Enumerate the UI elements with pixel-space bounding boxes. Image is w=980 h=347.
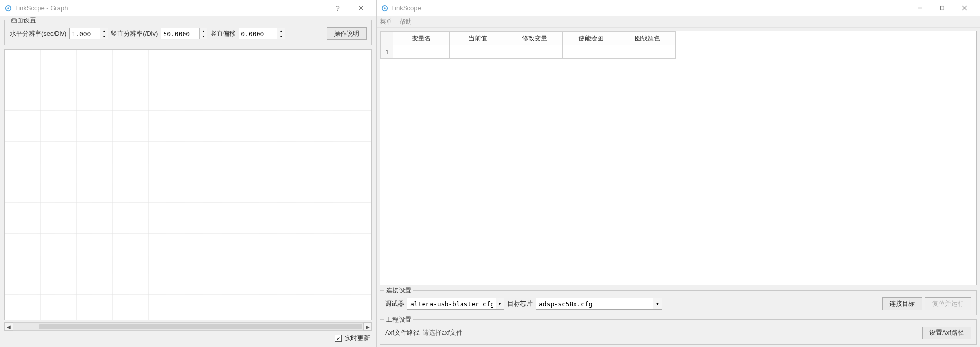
app-icon <box>4 4 12 12</box>
realtime-label: 实时更新 <box>345 334 370 343</box>
table-corner <box>381 32 393 45</box>
h-scrollbar[interactable]: ◀ ▶ <box>4 322 372 331</box>
set-axf-button[interactable]: 设置Axf路径 <box>922 327 971 339</box>
close-icon[interactable] <box>953 0 976 16</box>
display-settings-group: 画面设置 水平分辨率(sec/Div) ▲ ▼ 竖直分辨率(/Div) ▲ ▼ … <box>4 20 372 45</box>
hres-down-icon[interactable]: ▼ <box>100 34 108 39</box>
vres-up-icon[interactable]: ▲ <box>200 28 207 34</box>
col-curvalue: 当前值 <box>450 32 506 45</box>
cell-varname[interactable] <box>393 45 450 59</box>
chip-label: 目标芯片 <box>507 299 533 308</box>
row-number: 1 <box>381 45 393 59</box>
menu-help[interactable]: 帮助 <box>399 18 412 26</box>
main-window: LinkScope 菜单 帮助 变量名 当前值 修改变量 使能绘图 图线颜色 <box>376 0 980 347</box>
reset-run-button[interactable]: 复位并运行 <box>925 297 971 310</box>
voff-up-icon[interactable]: ▲ <box>277 28 285 34</box>
hres-up-icon[interactable]: ▲ <box>100 28 108 34</box>
help-button[interactable]: ? <box>332 4 344 12</box>
menu-menu[interactable]: 菜单 <box>380 18 392 26</box>
window-title-left: LinkScope - Graph <box>15 4 68 12</box>
voff-input[interactable] <box>239 28 277 39</box>
realtime-checkbox[interactable]: ✓ <box>335 335 342 342</box>
scroll-thumb[interactable] <box>39 324 362 329</box>
svg-point-1 <box>7 7 9 9</box>
titlebar-right: LinkScope <box>377 0 980 16</box>
display-settings-legend: 画面设置 <box>9 16 38 25</box>
connection-settings-legend: 连接设置 <box>384 286 413 295</box>
connection-settings-group: 连接设置 调试器 ▼ 目标芯片 ▼ 连接目标 复位并运行 <box>380 290 977 315</box>
col-enableplot: 使能绘图 <box>563 32 619 45</box>
debugger-label: 调试器 <box>385 299 404 308</box>
graph-grid <box>5 50 371 320</box>
scroll-right-icon[interactable]: ▶ <box>363 322 372 331</box>
cell-enableplot[interactable] <box>563 45 619 59</box>
titlebar-left: LinkScope - Graph ? <box>0 0 376 16</box>
scroll-left-icon[interactable]: ◀ <box>4 322 13 331</box>
voff-down-icon[interactable]: ▼ <box>277 34 285 39</box>
axf-label: Axf文件路径 <box>385 329 420 337</box>
cell-modify[interactable] <box>506 45 563 59</box>
voff-label: 竖直偏移 <box>210 29 236 38</box>
svg-rect-4 <box>940 6 944 10</box>
vres-label: 竖直分辨率(/Div) <box>111 29 158 38</box>
debugger-input[interactable] <box>407 298 496 309</box>
close-icon[interactable] <box>350 0 372 16</box>
project-settings-group: 工程设置 Axf文件路径 请选择axf文件 设置Axf路径 <box>380 319 977 345</box>
cell-linecolor[interactable] <box>619 45 676 59</box>
axf-placeholder: 请选择axf文件 <box>423 329 462 337</box>
chip-combo[interactable]: ▼ <box>536 298 662 310</box>
voff-spinbox[interactable]: ▲ ▼ <box>239 28 285 39</box>
chevron-down-icon[interactable]: ▼ <box>496 298 504 309</box>
app-icon <box>381 4 388 12</box>
menubar: 菜单 帮助 <box>377 16 980 28</box>
col-linecolor: 图线颜色 <box>619 32 676 45</box>
cell-curvalue[interactable] <box>450 45 506 59</box>
col-modify: 修改变量 <box>506 32 563 45</box>
vres-down-icon[interactable]: ▼ <box>200 34 207 39</box>
col-varname: 变量名 <box>393 32 450 45</box>
debugger-combo[interactable]: ▼ <box>407 298 504 310</box>
connect-button[interactable]: 连接目标 <box>882 297 922 310</box>
window-title-right: LinkScope <box>391 4 421 12</box>
maximize-icon[interactable] <box>931 0 953 16</box>
instructions-button[interactable]: 操作说明 <box>327 27 367 40</box>
vres-spinbox[interactable]: ▲ ▼ <box>161 28 207 39</box>
hres-spinbox[interactable]: ▲ ▼ <box>69 28 108 39</box>
graph-window: LinkScope - Graph ? 画面设置 水平分辨率(sec/Div) … <box>0 0 376 347</box>
hres-label: 水平分辨率(sec/Div) <box>10 29 66 38</box>
graph-canvas[interactable] <box>4 49 372 320</box>
minimize-icon[interactable] <box>908 0 931 16</box>
variable-table[interactable]: 变量名 当前值 修改变量 使能绘图 图线颜色 1 <box>380 31 977 285</box>
project-settings-legend: 工程设置 <box>384 315 413 324</box>
table-row[interactable]: 1 <box>381 45 676 59</box>
chevron-down-icon[interactable]: ▼ <box>653 298 662 309</box>
chip-input[interactable] <box>536 298 653 309</box>
svg-point-3 <box>384 7 386 9</box>
vres-input[interactable] <box>161 28 199 39</box>
hres-input[interactable] <box>70 28 100 39</box>
scroll-track[interactable] <box>13 322 363 331</box>
